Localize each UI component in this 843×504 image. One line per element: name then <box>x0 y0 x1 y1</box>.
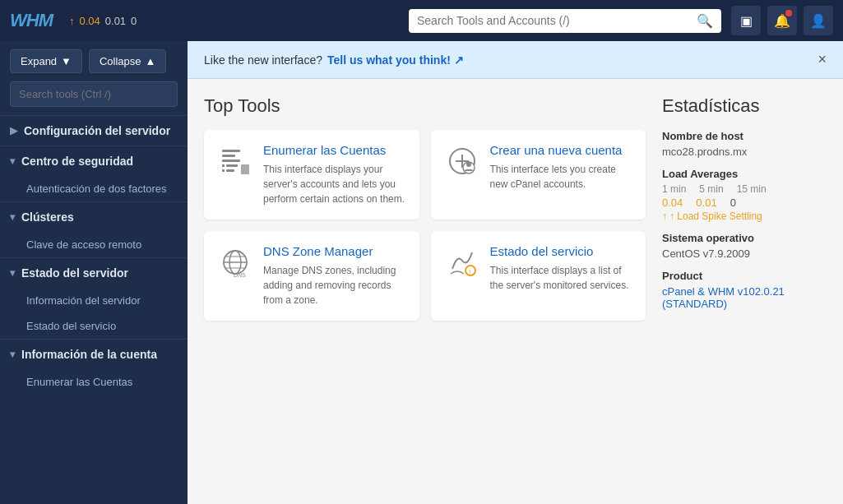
stats-section: Estadísticas Nombre de host mco28.prodns… <box>662 95 827 321</box>
sidebar-section-header-security[interactable]: ▾ Centro de seguridad <box>0 146 188 176</box>
tool-card-service-status[interactable]: ! Estado del servicio This interface dis… <box>431 231 646 321</box>
svg-rect-7 <box>226 169 234 172</box>
content-area: Like the new interface? Tell us what you… <box>188 41 843 504</box>
chevron-icon-config: ▶ <box>10 125 17 136</box>
tool-desc-dns: Manage DNS zones, including adding and r… <box>263 263 406 307</box>
stats-title: Estadísticas <box>662 95 827 117</box>
tools-section: Top Tools <box>204 95 646 321</box>
collapse-button[interactable]: Collapse ▲ <box>89 49 166 73</box>
tool-info-create-account: Crear una nueva cuenta This interface le… <box>490 143 633 192</box>
tools-title: Top Tools <box>204 95 646 117</box>
load-values-row: 0.04 0.01 0 <box>662 197 827 209</box>
chevron-icon-account-info: ▾ <box>10 349 15 360</box>
expand-label: Expand <box>21 55 57 67</box>
tool-card-enumerate[interactable]: Enumerar las Cuentas This interface disp… <box>204 130 419 220</box>
user-button[interactable]: 👤 <box>804 6 833 35</box>
banner-close-button[interactable]: × <box>818 51 827 68</box>
chevron-icon-security: ▾ <box>10 155 15 167</box>
sidebar-item-remote-access[interactable]: Clave de acceso remoto <box>0 232 188 257</box>
whm-logo: WHM <box>10 10 53 31</box>
feedback-banner: Like the new interface? Tell us what you… <box>188 41 843 79</box>
sidebar-section-header-config[interactable]: ▶ Configuración del servidor <box>0 116 188 146</box>
load-spike-label: ↑ Load Spike Settling <box>669 210 762 222</box>
os-value: CentOS v7.9.2009 <box>662 247 827 260</box>
notifications-button[interactable]: 🔔 <box>767 6 797 35</box>
load-val-2: 0.01 <box>105 15 126 27</box>
tool-card-create-account[interactable]: Crear una nueva cuenta This interface le… <box>431 130 646 220</box>
global-search-button[interactable]: 🔍 <box>697 13 713 29</box>
sidebar-section-header-server-status[interactable]: ▾ Estado del servidor <box>0 258 188 288</box>
load-val-15min: 0 <box>730 197 736 209</box>
external-link-icon: ↗ <box>454 53 464 67</box>
tool-title-dns[interactable]: DNS Zone Manager <box>263 244 406 258</box>
svg-rect-6 <box>222 169 225 172</box>
tool-icon-enumerate <box>217 143 253 179</box>
tool-card-dns[interactable]: DNS DNS Zone Manager Manage DNS zones, i… <box>204 231 419 321</box>
notification-dot <box>785 10 792 16</box>
sidebar-section-title-account-info: Información de la cuenta <box>21 348 157 361</box>
user-icon: 👤 <box>810 13 827 29</box>
expand-arrow-icon: ▼ <box>61 55 72 67</box>
tools-grid: Enumerar las Cuentas This interface disp… <box>204 130 646 321</box>
sidebar-item-server-info[interactable]: Información del servidor <box>0 288 188 313</box>
sidebar-item-service-status[interactable]: Estado del servicio <box>0 313 188 339</box>
svg-text:DNS: DNS <box>234 272 246 278</box>
tool-title-create-account[interactable]: Crear una nueva cuenta <box>490 143 633 157</box>
svg-rect-3 <box>241 164 249 174</box>
svg-rect-4 <box>222 164 225 167</box>
chevron-icon-clusters: ▾ <box>10 211 15 223</box>
tool-icon-service-status: ! <box>444 244 480 280</box>
hostname-value: mco28.prodns.mx <box>662 146 827 158</box>
load-averages-topbar: ↑ 0.04 0.01 0 <box>69 15 137 27</box>
svg-rect-5 <box>226 164 238 167</box>
collapse-arrow-icon: ▲ <box>146 55 156 67</box>
collapse-label: Collapse <box>100 55 141 67</box>
product-value: cPanel & WHM v102.0.21 (STANDARD) <box>662 285 827 310</box>
tool-info-dns: DNS Zone Manager Manage DNS zones, inclu… <box>263 244 406 307</box>
tool-info-enumerate: Enumerar las Cuentas This interface disp… <box>263 143 406 206</box>
sidebar-section-title-security: Centro de seguridad <box>21 155 133 168</box>
sidebar-section-account-info: ▾ Información de la cuenta Enumerar las … <box>0 339 188 395</box>
sidebar-section-clusters: ▾ Clústeres Clave de acceso remoto <box>0 201 188 257</box>
load-arrow-icon: ↑ <box>69 15 75 27</box>
load-spike-text: ↑ ↑ Load Spike Settling <box>662 210 827 222</box>
banner-text: Like the new interface? <box>204 53 322 67</box>
tool-title-service-status[interactable]: Estado del servicio <box>490 244 633 258</box>
load-val-3: 0 <box>131 15 137 27</box>
product-label: Product <box>662 270 827 282</box>
monitor-button[interactable]: ▣ <box>731 6 761 35</box>
sidebar-section-header-account-info[interactable]: ▾ Información de la cuenta <box>0 340 188 369</box>
load-spike-arrow-icon: ↑ <box>662 210 667 222</box>
sidebar-btn-row: Expand ▼ Collapse ▲ <box>0 41 188 81</box>
sidebar-section-title-clusters: Clústeres <box>21 210 74 224</box>
load-val-1min: 0.04 <box>662 197 683 209</box>
tool-desc-service-status: This interface displays a list of the se… <box>490 263 633 293</box>
load-val-1: 0.04 <box>79 15 100 27</box>
load-header-1min: 1 min <box>662 183 686 195</box>
sidebar-section-title-server-status: Estado del servidor <box>21 266 128 280</box>
monitor-icon: ▣ <box>740 13 753 29</box>
expand-button[interactable]: Expand ▼ <box>10 49 82 73</box>
sidebar-search-input[interactable] <box>10 81 178 107</box>
hostname-label: Nombre de host <box>662 130 827 142</box>
sidebar-item-enumerate-accounts[interactable]: Enumerar las Cuentas <box>0 369 188 395</box>
sidebar-section-header-clusters[interactable]: ▾ Clústeres <box>0 202 188 232</box>
tool-info-service-status: Estado del servicio This interface displ… <box>490 244 633 293</box>
load-header-15min: 15 min <box>737 183 767 195</box>
top-bar: WHM ↑ 0.04 0.01 0 🔍 ▣ 🔔 👤 <box>0 0 843 41</box>
top-icon-group: ▣ 🔔 👤 <box>731 6 833 35</box>
sidebar-item-2fa[interactable]: Autenticación de dos factores <box>0 176 188 201</box>
svg-rect-2 <box>222 160 240 162</box>
load-avg-label: Load Averages <box>662 168 827 180</box>
sidebar-section-server-status: ▾ Estado del servidor Información del se… <box>0 257 188 339</box>
product-link[interactable]: cPanel & WHM v102.0.21 (STANDARD) <box>662 285 785 310</box>
tool-icon-create-account <box>444 143 480 179</box>
tool-title-enumerate[interactable]: Enumerar las Cuentas <box>263 143 406 157</box>
global-search-input[interactable] <box>417 14 690 27</box>
tool-desc-enumerate: This interface displays your server's ac… <box>263 162 406 206</box>
os-label: Sistema operativo <box>662 232 827 244</box>
banner-link[interactable]: Tell us what you think! ↗ <box>327 53 464 67</box>
tool-icon-dns: DNS <box>217 244 253 280</box>
svg-rect-1 <box>222 155 235 157</box>
global-search-bar[interactable]: 🔍 <box>409 9 721 33</box>
